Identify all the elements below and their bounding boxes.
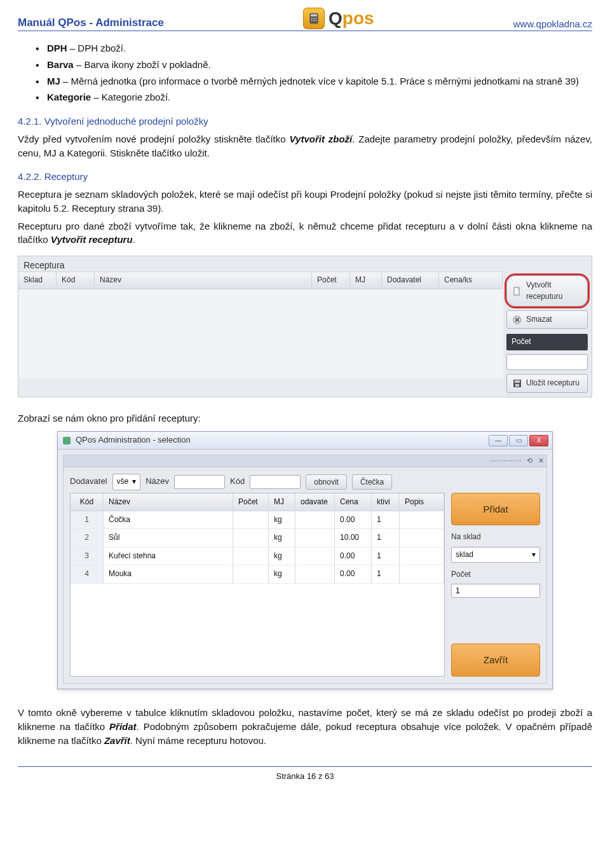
svg-point-7 [315,20,316,21]
page-header: Manuál QPos - Administrace Qpos www.qpok… [18,8,592,31]
logo-text: Qpos [329,8,374,29]
maximize-button[interactable]: ▭ [509,435,528,446]
svg-point-4 [315,18,316,19]
kod-input[interactable] [250,475,301,489]
dodavatel-label: Dodavatel [70,476,107,488]
col-nazev[interactable]: Název [104,493,233,511]
bullet-list: DPH – DPH zboží. Barva – Barva ikony zbo… [18,41,592,104]
svg-rect-12 [515,384,519,387]
screenshot-selection-window: QPos Administration - selection — ▭ X ··… [57,431,553,689]
panel-title: Receptura [18,256,592,272]
col-dodavatel[interactable]: Dodavatel [382,272,439,288]
col-mj[interactable]: MJ [269,493,295,511]
col-pocet[interactable]: Počet [233,493,269,511]
svg-point-3 [313,18,315,19]
section-heading: 4.2.2. Receptury [18,170,592,184]
table-row[interactable]: 3Kuřecí stehnakg0.001 [71,548,444,565]
svg-rect-1 [311,14,317,16]
svg-point-5 [311,20,313,21]
chevron-down-icon: ▾ [132,476,136,487]
table-body-empty [18,289,503,378]
col-popis[interactable]: Popis [400,493,444,511]
col-sklad[interactable]: Sklad [18,272,57,288]
pridat-button[interactable]: Přidat [451,493,540,526]
col-kod[interactable]: Kód [71,493,104,511]
paragraph: Vždy před vytvořením nové prodejní polož… [18,132,592,160]
svg-rect-13 [63,437,71,444]
pocet-input[interactable] [451,584,540,598]
app-icon [62,436,72,446]
table-row[interactable]: 1Čočkakg0.001 [71,511,444,529]
table-row[interactable]: 4Moukakg0.001 [71,565,444,583]
logo: Qpos [303,8,374,29]
col-odavatel[interactable]: odavate [295,493,335,511]
save-icon [512,378,522,389]
window-title: QPos Administration - selection [76,434,191,446]
pocet-input[interactable] [506,354,588,370]
svg-rect-11 [515,380,520,383]
header-right: www.qpokladna.cz [513,18,592,29]
screenshot-receptura: Receptura Sklad Kód Název Počet MJ Dodav… [18,256,592,397]
nazev-input[interactable] [174,475,225,489]
button-label: Uložit recepturu [526,378,580,389]
col-aktiv[interactable]: ktivi [372,493,400,511]
pocet-label: Počet [451,569,540,580]
list-item: DPH – DPH zboží. [47,41,592,55]
dodavatel-select[interactable]: vše▾ [112,474,141,490]
minimize-button[interactable]: — [489,435,508,446]
col-cena[interactable]: Cena/ks [439,272,503,288]
list-item: Kategorie – Kategorie zboží. [47,90,592,104]
paragraph: Zobrazí se nám okno pro přidání receptur… [18,411,592,425]
col-kod[interactable]: Kód [57,272,95,288]
close-button[interactable]: X [529,435,548,446]
receptura-table: Sklad Kód Název Počet MJ Dodavatel Cena/… [18,272,503,396]
create-recepture-button[interactable]: Vytvořitreceputuru [506,275,588,307]
nasklad-select[interactable]: sklad▾ [451,547,540,563]
calculator-icon [303,8,325,29]
list-item: MJ – Měrná jednotka (pro informace o tvo… [47,74,592,88]
header-left: Manuál QPos - Administrace [18,17,164,29]
selection-grid: Kód Název Počet MJ odavate Cena ktivi Po… [70,493,445,677]
ctecka-button[interactable]: Čtečka [352,474,392,490]
delete-button[interactable]: Smazat [506,310,588,329]
section-heading: 4.2.1. Vytvoření jednoduché prodejní pol… [18,114,592,128]
new-file-icon [512,286,522,296]
pocet-label: Počet [506,334,588,350]
list-item: Barva – Barva ikony zboží v pokladně. [47,58,592,72]
close-icon [512,315,522,325]
filter-toolbar: Dodavatel vše▾ Název Kód obnovit Čtečka [64,467,546,492]
paragraph: Recepturu pro dané zboží vytvoříme tak, … [18,219,592,247]
button-label: Smazat [526,314,552,325]
page-footer: Stránka 16 z 63 [18,766,592,783]
paragraph: Receptura je seznam skladových položek, … [18,188,592,216]
save-recepture-button[interactable]: Uložit recepturu [506,374,588,392]
obnovit-button[interactable]: obnovit [306,474,347,490]
grid-empty-area [71,584,444,673]
col-pocet[interactable]: Počet [312,272,350,288]
paragraph: V tomto okně vybereme v tabulce kliknutí… [18,706,592,747]
chevron-down-icon: ▾ [532,549,536,560]
nazev-label: Název [146,476,169,488]
col-nazev[interactable]: Název [95,272,312,288]
zavrit-button[interactable]: Zavřít [451,644,540,677]
button-label: Vytvořitreceputuru [526,280,562,302]
window-titlebar: QPos Administration - selection — ▭ X [58,432,552,450]
col-cena[interactable]: Cena [335,493,372,511]
sub-close-button[interactable]: ✕ [538,456,545,466]
svg-point-2 [311,18,313,19]
drag-handle-icon: ·············· [490,456,522,466]
svg-point-6 [313,20,315,21]
sub-restore-button[interactable]: ⟲ [527,456,533,466]
col-mj[interactable]: MJ [350,272,382,288]
table-row[interactable]: 2Sůlkg10.001 [71,529,444,547]
subwindow-header: ·············· ⟲ ✕ [64,455,546,467]
kod-label: Kód [230,476,245,488]
nasklad-label: Na sklad [451,532,540,542]
